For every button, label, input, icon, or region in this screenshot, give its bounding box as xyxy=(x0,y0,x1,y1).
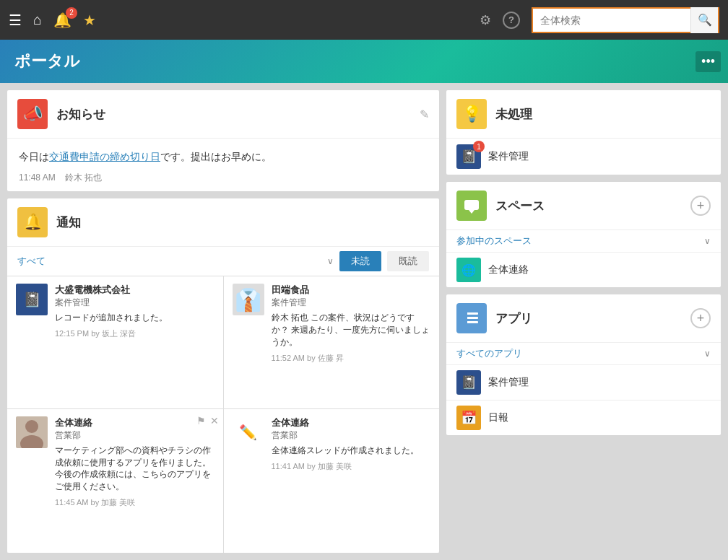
portal-header: ポータル ••• xyxy=(0,40,728,83)
svg-point-0 xyxy=(25,420,38,433)
apps-section-arrow: ∨ xyxy=(704,349,711,359)
notif-sub-4: 営業部 xyxy=(272,429,431,442)
notification-icon: 🔔 xyxy=(17,207,48,237)
notif-app-name-4: 全体連絡 xyxy=(272,416,431,429)
search-input[interactable] xyxy=(533,14,690,26)
notification-item: 👔 田端食品 案件管理 鈴木 拓也 この案件、状況はどうですか？ 来週あたり、一… xyxy=(224,276,440,408)
notif-time-1: 12:15 PM by 坂上 深音 xyxy=(55,328,214,339)
announcement-body-prefix: 今日は xyxy=(19,151,49,162)
spaces-section-label: 参加中のスペース xyxy=(456,235,704,248)
notif-msg-4: 全体連絡スレッドが作成されました。 xyxy=(272,445,431,457)
apps-card: アプリ + すべてのアプリ ∨ 📓 案件管理 📅 日報 xyxy=(446,294,721,435)
notification-grid: 📓 大盛電機株式会社 案件管理 レコードが追加されました。 12:15 PM b… xyxy=(7,276,439,553)
svg-marker-3 xyxy=(469,210,474,214)
announcement-card: 📣 お知らせ ✎ 今日は交通費申請の締め切り日です。提出はお早めに。 11:48… xyxy=(7,90,439,191)
announcement-header: 📣 お知らせ ✎ xyxy=(7,90,439,139)
announcement-time: 11:48 AM xyxy=(19,172,56,183)
apps-item[interactable]: 📓 案件管理 xyxy=(446,364,721,400)
notif-app-name-1: 大盛電機株式会社 xyxy=(55,284,214,297)
apps-item[interactable]: 📅 日報 xyxy=(446,400,721,435)
unprocessed-card: 💡 未処理 📓 1 案件管理 xyxy=(446,90,721,175)
apps-header: アプリ + xyxy=(446,294,721,342)
notification-header: 🔔 通知 xyxy=(7,198,439,247)
top-nav: ☰ ⌂ 🔔 2 ★ ⚙ ? 🔍 xyxy=(0,0,728,40)
apps-section-label: すべてのアプリ xyxy=(456,347,704,360)
announcement-body: 今日は交通費申請の締め切り日です。提出はお早めに。 11:48 AM 鈴木 拓也 xyxy=(7,139,439,191)
left-panel: 📣 お知らせ ✎ 今日は交通費申請の締め切り日です。提出はお早めに。 11:48… xyxy=(7,90,439,553)
apps-item-label-1: 案件管理 xyxy=(488,376,529,389)
spaces-title: スペース xyxy=(495,198,682,214)
unread-button[interactable]: 未読 xyxy=(339,251,381,271)
apps-item-label-2: 日報 xyxy=(488,411,508,424)
notif-avatar-2: 👔 xyxy=(233,284,264,315)
apps-title: アプリ xyxy=(495,310,682,327)
svg-rect-2 xyxy=(464,200,479,210)
gear-icon[interactable]: ⚙ xyxy=(480,12,491,28)
spaces-section-arrow: ∨ xyxy=(704,236,711,246)
star-icon[interactable]: ★ xyxy=(83,12,96,29)
spaces-card: スペース + 参加中のスペース ∨ 🌐 全体連絡 xyxy=(446,182,721,287)
apps-section[interactable]: すべてのアプリ ∨ xyxy=(446,342,721,364)
search-button[interactable]: 🔍 xyxy=(690,7,718,33)
unprocessed-badge: 1 xyxy=(473,141,485,152)
unprocessed-title: 未処理 xyxy=(495,106,532,123)
announcement-edit-button[interactable]: ✎ xyxy=(420,108,429,121)
notif-app-name-3: 全体連絡 xyxy=(55,416,214,429)
notification-filter-row: すべて ∨ 未読 既読 xyxy=(7,247,439,276)
notif-msg-2: 鈴木 拓也 この案件、状況はどうですか？ 来週あたり、一度先方に伺いましょうか。 xyxy=(272,312,431,348)
announcement-link[interactable]: 交通費申請の締め切り日 xyxy=(49,151,160,162)
notif-time-4: 11:41 AM by 加藤 美咲 xyxy=(272,461,431,472)
menu-icon[interactable]: ☰ xyxy=(9,12,22,29)
apps-icon xyxy=(456,303,487,333)
notif-avatar-3 xyxy=(16,416,48,448)
notif-msg-3: マーケティング部への資料やチラシの作成依頼に使用するアプリを作りました。今後の作… xyxy=(55,445,214,493)
unprocessed-icon: 💡 xyxy=(456,99,487,129)
notif-msg-1: レコードが追加されました。 xyxy=(55,312,214,324)
notif-time-2: 11:52 AM by 佐藤 昇 xyxy=(272,353,431,364)
svg-rect-9 xyxy=(465,321,467,323)
notification-filter-label[interactable]: すべて xyxy=(17,255,321,268)
spaces-item-label: 全体連絡 xyxy=(488,263,529,276)
svg-rect-8 xyxy=(465,317,467,319)
announcement-title: お知らせ xyxy=(56,106,411,123)
svg-rect-7 xyxy=(465,312,467,315)
apps-add-button[interactable]: + xyxy=(690,308,711,328)
spaces-icon xyxy=(456,191,487,221)
announcement-body-suffix: です。提出はお早めに。 xyxy=(160,151,272,162)
apps-item-icon-1: 📓 xyxy=(456,370,481,395)
search-wrap: 🔍 xyxy=(532,7,719,33)
notif-content-3: 全体連絡 営業部 マーケティング部への資料やチラシの作成依頼に使用するアプリを作… xyxy=(55,416,214,546)
home-icon[interactable]: ⌂ xyxy=(33,12,42,28)
unprocessed-item-icon: 📓 1 xyxy=(456,144,481,169)
notification-card: 🔔 通知 すべて ∨ 未読 既読 📓 大盛電機株式会社 案件管理 レコードが追加… xyxy=(7,198,439,553)
spaces-add-button[interactable]: + xyxy=(690,196,711,216)
flag-button[interactable]: ⚑ xyxy=(196,415,206,426)
portal-title: ポータル xyxy=(14,51,80,72)
notification-item: ✏️ 全体連絡 営業部 全体連絡スレッドが作成されました。 11:41 AM b… xyxy=(224,409,440,553)
notif-content-2: 田端食品 案件管理 鈴木 拓也 この案件、状況はどうですか？ 来週あたり、一度先… xyxy=(272,284,431,401)
apps-item-icon-2: 📅 xyxy=(456,406,481,430)
notif-avatar-1: 📓 xyxy=(16,284,48,315)
notif-sub-1: 案件管理 xyxy=(55,297,214,309)
announcement-meta: 11:48 AM 鈴木 拓也 xyxy=(19,172,428,184)
notif-sub-2: 案件管理 xyxy=(272,297,431,309)
notification-title: 通知 xyxy=(56,214,429,231)
unprocessed-item[interactable]: 📓 1 案件管理 xyxy=(446,138,721,175)
close-button[interactable]: ✕ xyxy=(210,415,219,426)
right-panel: 💡 未処理 📓 1 案件管理 スペース xyxy=(446,90,721,553)
announcement-text: 今日は交通費申請の締め切り日です。提出はお早めに。 xyxy=(19,149,428,165)
notif-app-name-2: 田端食品 xyxy=(272,284,431,297)
help-icon[interactable]: ? xyxy=(503,12,520,29)
svg-point-1 xyxy=(20,435,43,448)
notif-sub-3: 営業部 xyxy=(55,429,214,442)
notification-filter-arrow: ∨ xyxy=(327,256,334,266)
bell-badge: 2 xyxy=(66,7,77,19)
spaces-item[interactable]: 🌐 全体連絡 xyxy=(446,252,721,287)
spaces-section[interactable]: 参加中のスペース ∨ xyxy=(446,229,721,252)
announcement-author: 鈴木 拓也 xyxy=(65,172,102,183)
main-content: 📣 お知らせ ✎ 今日は交通費申請の締め切り日です。提出はお早めに。 11:48… xyxy=(0,83,728,560)
unprocessed-item-label: 案件管理 xyxy=(488,150,529,163)
read-button[interactable]: 既読 xyxy=(387,251,429,271)
unprocessed-header: 💡 未処理 xyxy=(446,90,721,138)
portal-more-button[interactable]: ••• xyxy=(696,51,721,72)
